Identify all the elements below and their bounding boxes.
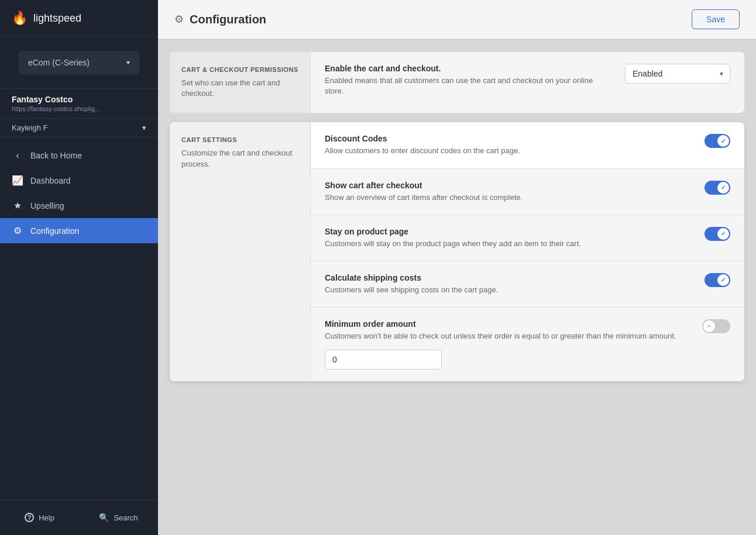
calculate-shipping-name: Calculate shipping costs (325, 273, 693, 282)
calculate-shipping-row: Calculate shipping costs Customers will … (311, 261, 744, 308)
cart-checkout-enable-desc: Enabled means that all customers can use… (325, 75, 613, 96)
sidebar-nav: ‹ Back to Home 📈 Dashboard ★ Upselling ⚙… (0, 137, 158, 499)
sidebar-item-configuration-label: Configuration (30, 226, 79, 236)
store-selector[interactable]: eCom (C-Series) ▾ (19, 51, 139, 74)
show-cart-toggle[interactable]: ✓ (705, 181, 730, 195)
stay-on-product-toggle-wrap: ✓ (705, 227, 730, 241)
stay-on-product-track: ✓ (705, 227, 730, 241)
check-icon: ✓ (721, 138, 726, 144)
sidebar-item-back-to-home[interactable]: ‹ Back to Home (0, 143, 158, 168)
calculate-shipping-track: ✓ (705, 273, 730, 287)
show-cart-name: Show cart after checkout (325, 181, 693, 190)
sidebar-item-configuration[interactable]: ⚙ Configuration (0, 218, 158, 243)
cart-checkout-select-wrap: Enabled Disabled Members only (625, 64, 730, 84)
permissions-section-title: CART & CHECKOUT PERMISSIONS (181, 66, 298, 73)
sidebar-item-upselling[interactable]: ★ Upselling (0, 193, 158, 218)
help-label: Help (39, 513, 54, 522)
cart-checkout-enable-info: Enable the cart and checkout. Enabled me… (325, 64, 625, 96)
min-order-toggle[interactable]: ✕ (702, 319, 730, 333)
lightspeed-flame-icon: 🔥 (12, 11, 28, 26)
store-info: eCom (C-Series) ▾ (0, 37, 158, 89)
stay-on-product-info: Stay on product page Customers will stay… (325, 227, 705, 249)
store-name: Fantasy Costco (12, 95, 146, 104)
sidebar: 🔥 lightspeed eCom (C-Series) ▾ Fantasy C… (0, 0, 158, 535)
stay-on-product-desc: Customers will stay on the product page … (325, 239, 693, 249)
calculate-shipping-thumb: ✓ (717, 274, 729, 286)
permissions-section-desc: Set who can use the cart and checkout. (181, 78, 298, 99)
star-icon: ★ (12, 200, 23, 211)
discount-codes-name: Discount Codes (325, 134, 693, 143)
cart-settings-left: CART SETTINGS Customize the cart and che… (170, 122, 310, 381)
show-cart-thumb: ✓ (717, 182, 729, 194)
discount-codes-info: Discount Codes Allow customers to enter … (325, 134, 705, 156)
search-button[interactable]: 🔍 Search (79, 508, 158, 527)
cart-checkout-select-container: Enabled Disabled Members only (625, 64, 730, 84)
stay-on-product-toggle[interactable]: ✓ (705, 227, 730, 241)
discount-codes-thumb: ✓ (717, 135, 729, 147)
cart-settings-desc: Customize the cart and checkout process. (181, 148, 298, 169)
calculate-shipping-toggle[interactable]: ✓ (705, 273, 730, 287)
sidebar-item-upselling-label: Upselling (30, 201, 64, 210)
main-content: ⚙ Configuration Save CART & CHECKOUT PER… (158, 0, 756, 535)
cart-settings-right: Discount Codes Allow customers to enter … (310, 122, 744, 381)
dashboard-icon: 📈 (12, 175, 23, 186)
logo-area: 🔥 lightspeed (0, 0, 158, 37)
show-cart-desc: Show an overview of cart items after che… (325, 192, 693, 203)
cart-checkout-enable-name: Enable the cart and checkout. (325, 64, 613, 73)
discount-codes-desc: Allow customers to enter discount codes … (325, 146, 693, 156)
user-selector[interactable]: Kayleigh F ▾ (0, 119, 158, 137)
page-title-row: ⚙ Configuration (174, 13, 266, 26)
calculate-shipping-info: Calculate shipping costs Customers will … (325, 273, 705, 295)
stay-on-product-thumb: ✓ (717, 228, 729, 240)
gear-icon: ⚙ (12, 225, 23, 236)
discount-codes-toggle[interactable]: ✓ (705, 134, 730, 148)
min-order-info: Minimum order amount Customers won't be … (325, 319, 702, 341)
min-order-name: Minimum order amount (325, 319, 690, 329)
x-icon: ✕ (707, 323, 712, 329)
show-cart-row: Show cart after checkout Show an overvie… (311, 169, 744, 215)
discount-codes-row: Discount Codes Allow customers to enter … (311, 122, 744, 168)
discount-codes-toggle-wrap: ✓ (705, 134, 730, 148)
min-order-toggle-wrap: ✕ (702, 319, 730, 333)
store-selector-chevron: ▾ (126, 58, 130, 67)
user-chevron: ▾ (142, 123, 146, 132)
min-order-row: Minimum order amount Customers won't be … (311, 308, 744, 381)
discount-codes-track: ✓ (705, 134, 730, 148)
cart-checkout-enable-row: Enable the cart and checkout. Enabled me… (311, 52, 744, 108)
sidebar-item-back-to-home-label: Back to Home (30, 151, 82, 160)
show-cart-track: ✓ (705, 181, 730, 195)
stay-on-product-row: Stay on product page Customers will stay… (311, 215, 744, 261)
content-area: CART & CHECKOUT PERMISSIONS Set who can … (158, 40, 756, 535)
search-label: Search (114, 513, 138, 522)
min-order-track: ✕ (702, 319, 730, 333)
calculate-shipping-desc: Customers will see shipping costs on the… (325, 285, 693, 295)
back-arrow-icon: ‹ (12, 150, 23, 161)
min-order-thumb: ✕ (703, 320, 715, 332)
save-button[interactable]: Save (692, 9, 740, 29)
store-details: Fantasy Costco https://fantasy-costco.sh… (0, 89, 158, 119)
check-icon: ✓ (721, 277, 726, 283)
min-order-input-wrap (325, 350, 442, 370)
check-icon: ✓ (721, 184, 726, 191)
search-icon: 🔍 (99, 513, 109, 522)
min-order-input[interactable] (325, 350, 442, 370)
page-header: ⚙ Configuration Save (158, 0, 756, 39)
calculate-shipping-toggle-wrap: ✓ (705, 273, 730, 287)
help-button[interactable]: ? Help (0, 508, 79, 527)
sidebar-item-dashboard-label: Dashboard (30, 176, 71, 185)
user-name: Kayleigh F (12, 123, 47, 132)
permissions-section-right: Enable the cart and checkout. Enabled me… (310, 52, 744, 113)
stay-on-product-name: Stay on product page (325, 227, 693, 236)
show-cart-toggle-wrap: ✓ (705, 181, 730, 195)
cart-checkout-select[interactable]: Enabled Disabled Members only (625, 64, 730, 84)
permissions-section: CART & CHECKOUT PERMISSIONS Set who can … (170, 52, 744, 113)
sidebar-bottom: ? Help 🔍 Search (0, 499, 158, 535)
store-selector-label: eCom (C-Series) (28, 58, 90, 67)
help-icon: ? (25, 513, 34, 522)
logo-text: lightspeed (33, 12, 81, 25)
cart-settings-title: CART SETTINGS (181, 136, 298, 143)
permissions-section-left: CART & CHECKOUT PERMISSIONS Set who can … (170, 52, 310, 113)
sidebar-item-dashboard[interactable]: 📈 Dashboard (0, 168, 158, 193)
cart-settings-section: CART SETTINGS Customize the cart and che… (170, 122, 744, 381)
min-order-desc: Customers won't be able to check out unl… (325, 331, 690, 341)
